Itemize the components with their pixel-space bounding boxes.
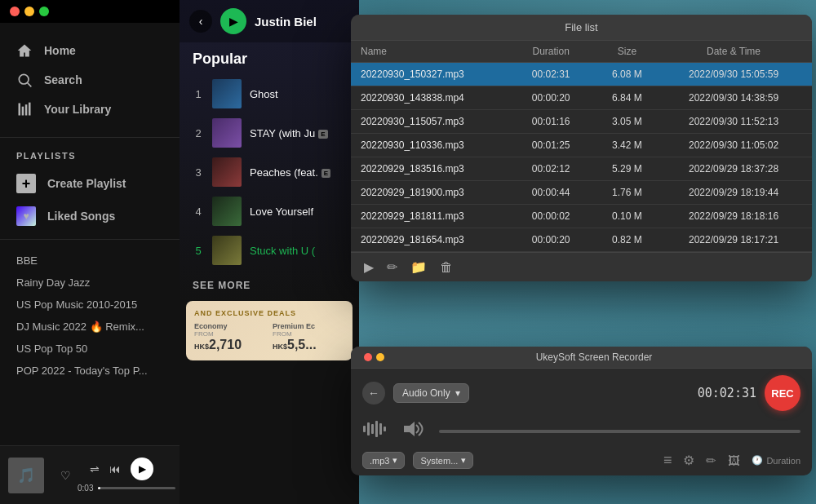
- file-row-7[interactable]: 20220929_181654.mp3 00:00:20 0.82 M 2022…: [351, 228, 812, 252]
- file-row-5[interactable]: 20220929_181900.mp3 00:00:44 1.76 M 2022…: [351, 181, 812, 205]
- file-list-titlebar: File list: [351, 15, 812, 41]
- deal-economy-from: FROM: [194, 330, 266, 338]
- sidebar-item-search[interactable]: Search: [0, 65, 180, 95]
- file-size-6: 0.10 M: [589, 210, 665, 222]
- sidebar-home-label: Home: [44, 44, 76, 57]
- svg-rect-5: [29, 103, 31, 116]
- playlist-item-bbe[interactable]: BBE: [0, 250, 180, 272]
- track-item-2[interactable]: 2 STAY (with JuE: [186, 113, 353, 153]
- rec-button[interactable]: REC: [765, 375, 800, 411]
- file-row-1[interactable]: 20220930_143838.mp4 00:00:20 6.84 M 2022…: [351, 86, 812, 110]
- track-list: 1 Ghost 2 STAY (with JuE 3 Peaches (feat…: [180, 74, 359, 270]
- deal-economy-currency: HK$: [194, 343, 209, 351]
- main-play-button[interactable]: ▶: [220, 8, 246, 34]
- track-title-5: Stuck with U (: [250, 245, 315, 257]
- open-folder-button[interactable]: 📁: [410, 259, 427, 275]
- file-row-4[interactable]: 20220929_183516.mp3 00:02:12 5.29 M 2022…: [351, 157, 812, 181]
- file-row-0[interactable]: 20220930_150327.mp3 00:02:31 6.08 M 2022…: [351, 63, 812, 86]
- playlist-item-rainy[interactable]: Rainy Day Jazz: [0, 272, 180, 294]
- traffic-light-minimize[interactable]: [24, 7, 34, 16]
- create-playlist-label: Create Playlist: [47, 177, 126, 190]
- liked-songs-item[interactable]: ♥ Liked Songs: [0, 200, 180, 232]
- recorder-minimize-button[interactable]: [376, 353, 384, 361]
- spotify-titlebar: [0, 0, 180, 23]
- file-duration-3: 00:01:25: [513, 139, 589, 151]
- rec-label: REC: [771, 387, 793, 400]
- volume-icon: [401, 419, 426, 444]
- prev-button[interactable]: ⏮: [109, 462, 121, 475]
- recorder-window: UkeySoft Screen Recorder ← Audio Only ▾ …: [351, 347, 812, 475]
- track-info-1: Ghost: [250, 86, 346, 101]
- edit-file-button[interactable]: ✏: [387, 259, 397, 275]
- file-name-1: 20220930_143838.mp4: [361, 92, 513, 104]
- see-more-button[interactable]: SEE MORE: [180, 270, 359, 301]
- track-thumb-5: [212, 236, 242, 265]
- file-name-5: 20220929_181900.mp3: [361, 187, 513, 198]
- track-thumb-3: [212, 157, 242, 187]
- svg-rect-7: [367, 422, 370, 435]
- playlist-item-dj[interactable]: DJ Music 2022 🔥 Remix...: [0, 316, 180, 338]
- file-datetime-1: 2022/09/30 14:38:59: [665, 92, 802, 104]
- file-duration-0: 00:02:31: [513, 69, 589, 80]
- play-pause-button[interactable]: ▶: [131, 458, 153, 480]
- file-datetime-6: 2022/09/29 18:18:16: [665, 210, 802, 222]
- playlist-item-uspoptop50[interactable]: US Pop Top 50: [0, 338, 180, 360]
- progress-bar[interactable]: [98, 487, 175, 489]
- header-datetime: Date & Time: [665, 46, 802, 57]
- image-icon[interactable]: 🖼: [728, 453, 740, 467]
- track-num-2: 2: [193, 127, 204, 139]
- file-row-3[interactable]: 20220930_110336.mp3 00:01:25 3.42 M 2022…: [351, 134, 812, 157]
- deal-premium-price: HK$5,5...: [273, 338, 344, 352]
- recorder-duration-label: 🕐 Duration: [752, 455, 800, 466]
- recorder-back-button[interactable]: ←: [362, 382, 385, 405]
- recorder-bottom-row: .mp3 ▾ System... ▾ ≡ ⚙ ✏ 🖼 🕐 Duration: [362, 452, 800, 469]
- pen-icon[interactable]: ✏: [706, 453, 716, 468]
- system-label: System...: [420, 456, 458, 466]
- playlist-item-pop2022[interactable]: POP 2022 - Today's Top P...: [0, 360, 180, 382]
- track-item-4[interactable]: 4 Love Yourself: [186, 192, 353, 231]
- traffic-light-close[interactable]: [10, 7, 20, 16]
- delete-file-button[interactable]: 🗑: [440, 260, 453, 275]
- sidebar-item-library[interactable]: Your Library: [0, 95, 180, 124]
- traffic-light-maximize[interactable]: [39, 7, 49, 16]
- file-row-2[interactable]: 20220930_115057.mp3 00:01:16 3.05 M 2022…: [351, 110, 812, 134]
- file-size-0: 6.08 M: [589, 69, 665, 80]
- explicit-badge-3: E: [322, 169, 330, 178]
- file-size-5: 1.76 M: [589, 187, 665, 198]
- file-size-7: 0.82 M: [589, 234, 665, 245]
- shuffle-button[interactable]: ⇌: [90, 462, 100, 475]
- recorder-footer-icons: ≡ ⚙ ✏ 🖼 🕐 Duration: [663, 452, 800, 469]
- recorder-middle-row: [362, 419, 800, 444]
- file-duration-4: 00:02:12: [513, 163, 589, 175]
- header-size: Size: [589, 46, 665, 57]
- back-button[interactable]: ‹: [189, 10, 212, 33]
- create-playlist-button[interactable]: + Create Playlist: [0, 167, 180, 200]
- header-name: Name: [361, 46, 513, 57]
- track-item-3[interactable]: 3 Peaches (feat.E: [186, 153, 353, 192]
- file-list-header: Name Duration Size Date & Time: [351, 41, 812, 63]
- search-icon: [16, 72, 33, 88]
- audio-only-dropdown[interactable]: Audio Only ▾: [393, 383, 469, 403]
- play-file-button[interactable]: ▶: [364, 259, 374, 275]
- settings-icon[interactable]: ⚙: [683, 453, 694, 468]
- file-list-toolbar: ▶ ✏ 📁 🗑: [351, 252, 812, 281]
- track-num-3: 3: [193, 166, 204, 179]
- deal-premium-from: FROM: [273, 330, 344, 338]
- format-dropdown[interactable]: .mp3 ▾: [362, 452, 405, 469]
- player-heart-button[interactable]: ♡: [60, 469, 71, 482]
- recorder-close-button[interactable]: [364, 353, 372, 361]
- file-row-6[interactable]: 20220929_181811.mp3 00:00:02 0.10 M 2022…: [351, 205, 812, 228]
- track-item-1[interactable]: 1 Ghost: [186, 74, 353, 113]
- playlist-item-uspop[interactable]: US Pop Music 2010-2015: [0, 294, 180, 316]
- recorder-progress-track[interactable]: [439, 430, 800, 433]
- track-num-4: 4: [193, 206, 204, 218]
- file-name-3: 20220930_110336.mp3: [361, 139, 513, 151]
- sidebar-item-home[interactable]: Home: [0, 36, 180, 65]
- liked-songs-label: Liked Songs: [47, 210, 115, 223]
- list-icon[interactable]: ≡: [663, 452, 672, 469]
- explicit-badge-2: E: [318, 130, 327, 139]
- recorder-timer: 00:02:31: [698, 386, 756, 400]
- system-dropdown[interactable]: System... ▾: [413, 452, 473, 469]
- spotify-main: ‹ ▶ Justin Biel Popular 1 Ghost 2 STAY (…: [180, 0, 359, 504]
- track-item-5[interactable]: 5 Stuck with U (: [186, 231, 353, 270]
